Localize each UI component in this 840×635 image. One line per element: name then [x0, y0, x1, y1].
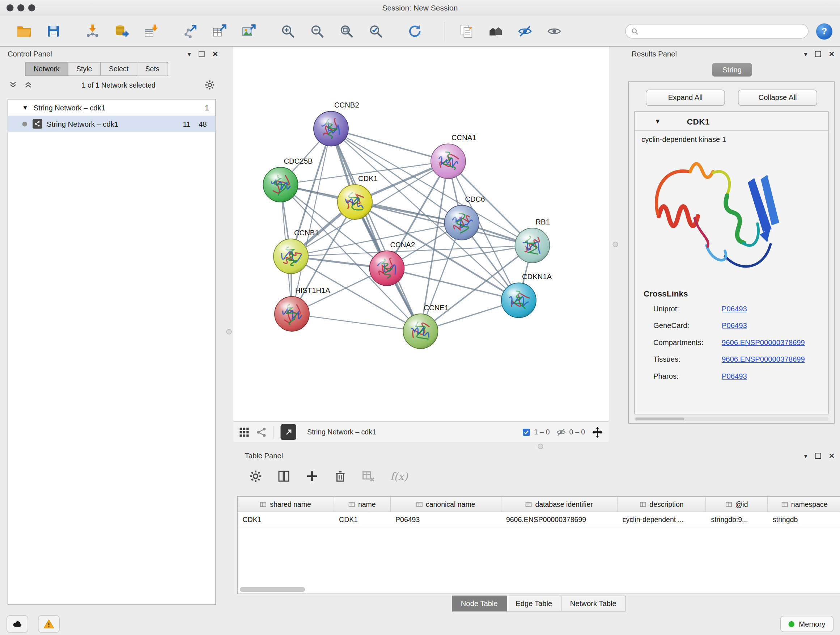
- zoom-out-button[interactable]: [307, 21, 327, 41]
- column-header-canonical-name[interactable]: canonical name: [390, 497, 501, 512]
- hidden-eye-icon: [556, 427, 566, 437]
- float-results-icon[interactable]: ▾: [804, 50, 807, 57]
- help-label: ?: [821, 26, 827, 36]
- show-columns-icon[interactable]: [278, 470, 291, 483]
- table-horizontal-scrollbar[interactable]: [240, 587, 305, 592]
- expand-all-button[interactable]: Expand All: [646, 90, 725, 106]
- zoom-in-button[interactable]: [278, 21, 297, 41]
- open-in-new-window-button[interactable]: [281, 424, 297, 440]
- current-network-bullet: [22, 121, 27, 126]
- selected-nodes-status: 1 – 0: [522, 428, 549, 436]
- save-session-button[interactable]: [43, 21, 63, 41]
- network-node-CCNA1[interactable]: CCNA1: [431, 134, 477, 179]
- right-splitter-handle[interactable]: [613, 242, 618, 247]
- search-input[interactable]: [642, 27, 803, 36]
- network-canvas[interactable]: CCNB2CCNA1CDC25BCDK1CDC6RB1CCNB1CCNA2CDK…: [233, 47, 609, 421]
- network-row[interactable]: String Network – cdk1 11 48: [8, 116, 216, 132]
- import-table-button[interactable]: [141, 21, 161, 41]
- table-settings-gear-icon[interactable]: [249, 470, 262, 483]
- float-table-icon[interactable]: ▾: [804, 452, 807, 459]
- window-title: Session: New Session: [0, 3, 840, 12]
- selection-checkbox-icon[interactable]: [522, 428, 531, 436]
- network-node-CDC25B[interactable]: CDC25B: [264, 157, 313, 203]
- home-icon: [488, 24, 503, 39]
- import-network-database-button[interactable]: [112, 21, 131, 41]
- gear-icon[interactable]: [205, 80, 215, 90]
- network-node-HIST1H1A[interactable]: HIST1H1A: [275, 287, 330, 332]
- network-node-CCNB2[interactable]: CCNB2: [314, 101, 359, 146]
- cloud-status-button[interactable]: [6, 616, 28, 633]
- string-share-icon[interactable]: [256, 426, 267, 437]
- tab-edge-table[interactable]: Edge Table: [507, 596, 561, 612]
- tree-expand-icon[interactable]: ▼: [22, 104, 28, 111]
- table-toolbar: f(x): [237, 463, 840, 490]
- hide-selected-button[interactable]: [515, 21, 535, 41]
- protein-name: CDK1: [687, 117, 710, 126]
- expand-all-icon[interactable]: [24, 80, 33, 89]
- maximize-panel-icon[interactable]: [199, 51, 205, 57]
- column-header--id[interactable]: @id: [706, 497, 767, 512]
- collapse-all-button[interactable]: Collapse All: [738, 90, 817, 106]
- network-view[interactable]: CCNB2CCNA1CDC25BCDK1CDC6RB1CCNB1CCNA2CDK…: [233, 47, 609, 421]
- zoom-selected-button[interactable]: [366, 21, 385, 41]
- network-node-CDC6[interactable]: CDC6: [445, 195, 485, 241]
- import-network-file-button[interactable]: [82, 21, 102, 41]
- show-graphics-details-button[interactable]: [456, 21, 476, 41]
- export-network-button[interactable]: [180, 21, 200, 41]
- memory-button[interactable]: Memory: [780, 616, 834, 632]
- control-panel-title: Control Panel: [8, 50, 52, 58]
- show-all-button[interactable]: [545, 21, 564, 41]
- tab-network-table[interactable]: Network Table: [561, 596, 625, 612]
- help-button[interactable]: ?: [816, 23, 832, 40]
- close-table-icon[interactable]: ✕: [829, 451, 835, 460]
- toolbar-search: [625, 24, 808, 39]
- column-header-description[interactable]: description: [617, 497, 706, 512]
- crosslink-value-link[interactable]: P06493: [722, 305, 747, 313]
- crosslink-value-link[interactable]: 9606.ENSP00000378699: [722, 355, 805, 363]
- close-panel-icon[interactable]: ✕: [212, 50, 218, 58]
- column-header-shared-name[interactable]: shared name: [238, 497, 334, 512]
- network-row-label: String Network – cdk1: [47, 120, 174, 128]
- node-label-CCNE1: CCNE1: [424, 304, 449, 312]
- export-table-button[interactable]: [210, 21, 229, 41]
- left-splitter-handle[interactable]: [226, 329, 232, 334]
- warnings-button[interactable]: [38, 616, 60, 633]
- open-session-button[interactable]: [14, 21, 34, 41]
- export-image-button[interactable]: [239, 21, 258, 41]
- delete-column-trash-icon[interactable]: [334, 470, 347, 483]
- crosslink-value-link[interactable]: P06493: [722, 321, 747, 330]
- database-import-icon: [114, 24, 129, 39]
- network-node-CCNB1[interactable]: CCNB1: [273, 229, 319, 274]
- tab-select[interactable]: Select: [101, 62, 137, 76]
- network-collection-row[interactable]: ▼ String Network – cdk1 1: [8, 100, 216, 116]
- protein-collapse-icon[interactable]: ▼: [654, 117, 661, 125]
- column-header-database-identifier[interactable]: database identifier: [501, 497, 617, 512]
- tab-node-table[interactable]: Node Table: [452, 596, 507, 612]
- cybrowser-home-button[interactable]: [486, 21, 505, 41]
- folder-open-icon: [17, 24, 32, 39]
- crosslink-value-link[interactable]: 9606.ENSP00000378699: [722, 339, 805, 347]
- tab-sets[interactable]: Sets: [137, 62, 168, 76]
- add-column-icon[interactable]: [306, 470, 319, 483]
- crosslink-value-link[interactable]: P06493: [722, 372, 747, 380]
- network-node-RB1[interactable]: RB1: [515, 218, 550, 263]
- refresh-view-button[interactable]: [405, 21, 424, 41]
- tab-style[interactable]: Style: [68, 62, 101, 76]
- table-row[interactable]: CDK1CDK1P064939606.ENSP00000378699cyclin…: [238, 512, 840, 527]
- pan-crosshair-icon[interactable]: [592, 426, 603, 438]
- birdseye-view-icon[interactable]: [239, 426, 249, 437]
- results-tab-string[interactable]: String: [712, 63, 752, 77]
- results-scrollbar[interactable]: [635, 417, 829, 421]
- column-header-namespace[interactable]: namespace: [768, 497, 840, 512]
- column-header-name[interactable]: name: [334, 497, 391, 512]
- eye-icon: [546, 24, 561, 39]
- float-panel-icon[interactable]: ▾: [187, 50, 191, 57]
- close-results-icon[interactable]: ✕: [829, 50, 835, 58]
- collapse-all-icon[interactable]: [9, 80, 17, 89]
- tab-network[interactable]: Network: [25, 62, 68, 76]
- network-node-CDKN1A[interactable]: CDKN1A: [501, 272, 552, 318]
- maximize-table-icon[interactable]: [815, 453, 821, 459]
- maximize-results-icon[interactable]: [815, 51, 821, 57]
- control-panel: Control Panel ▾ ✕ NetworkStyleSelectSets…: [0, 47, 224, 610]
- zoom-fit-button[interactable]: [336, 21, 356, 41]
